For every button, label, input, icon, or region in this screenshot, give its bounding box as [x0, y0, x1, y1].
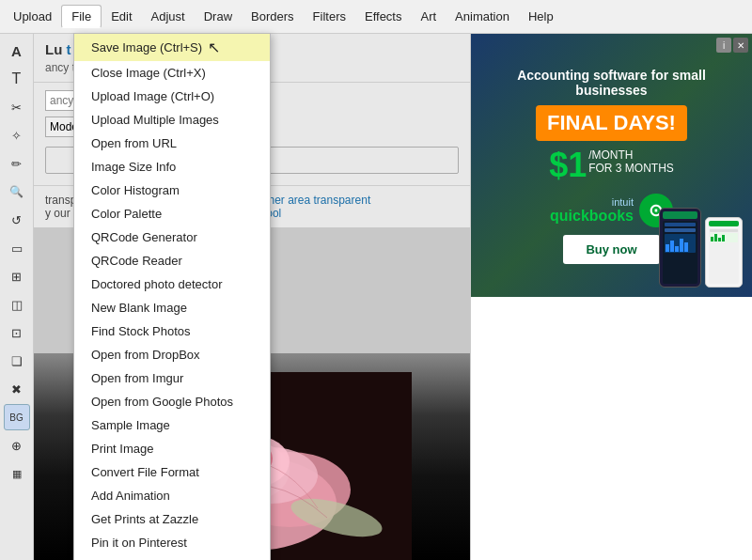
- menu-item-qrcode-gen[interactable]: QRCode Generator: [74, 226, 270, 249]
- ad-panel: i ✕ Accounting software for small busine…: [470, 34, 752, 560]
- tool-fill[interactable]: ⊞: [4, 263, 30, 289]
- menu-item-upload-multiple[interactable]: Upload Multiple Images: [74, 108, 270, 132]
- menu-item-open-imgur[interactable]: Open from Imgur: [74, 366, 270, 390]
- menu-effects[interactable]: Effects: [355, 6, 412, 27]
- tool-bg[interactable]: BG: [4, 404, 30, 430]
- menu-item-print[interactable]: Print Image: [74, 437, 270, 460]
- tool-pencil[interactable]: ✏: [4, 150, 30, 177]
- menu-borders[interactable]: Borders: [242, 6, 304, 27]
- tool-rotate[interactable]: ↺: [4, 207, 30, 233]
- tool-sticker[interactable]: ⊕: [4, 432, 30, 459]
- menu-item-facebook[interactable]: Post on FaceBook: [74, 554, 270, 560]
- menu-item-pinterest[interactable]: Pin it on Pinterest: [74, 531, 270, 554]
- ad-logo: quickbooks: [550, 208, 634, 225]
- menu-file[interactable]: File: [61, 5, 102, 28]
- tool-zoom[interactable]: 🔍: [4, 179, 30, 205]
- file-dropdown-menu: Save Image (Ctrl+S) ↖ Close Image (Ctrl+…: [73, 33, 271, 560]
- ad-final-days: FINAL DAYS!: [536, 105, 687, 141]
- menu-adjust[interactable]: Adjust: [142, 6, 195, 27]
- menu-item-open-url[interactable]: Open from URL: [74, 132, 270, 155]
- tool-clone[interactable]: ❏: [4, 348, 30, 374]
- ad-buy-button[interactable]: Buy now: [563, 235, 659, 264]
- ad-price-period: /MONTH: [588, 148, 674, 162]
- ad-phones: [659, 208, 743, 288]
- menu-draw[interactable]: Draw: [195, 6, 242, 27]
- menu-animation[interactable]: Animation: [446, 6, 519, 27]
- menu-item-add-animation[interactable]: Add Animation: [74, 484, 270, 507]
- ad-title: Accounting software for small businesses: [480, 68, 743, 98]
- save-label: Save Image (Ctrl+S): [91, 40, 202, 54]
- menu-help[interactable]: Help: [519, 6, 563, 27]
- ad-logo-prefix: intuit: [612, 196, 634, 208]
- menu-item-doctored[interactable]: Doctored photo detector: [74, 272, 270, 296]
- menu-item-stock-photos[interactable]: Find Stock Photos: [74, 319, 270, 343]
- menu-item-sample[interactable]: Sample Image: [74, 413, 270, 437]
- menu-item-open-dropbox[interactable]: Open from DropBox: [74, 343, 270, 366]
- menu-upload[interactable]: Upload: [4, 6, 61, 27]
- menu-filters[interactable]: Filters: [304, 6, 355, 27]
- ad-info-button[interactable]: i: [716, 38, 731, 53]
- menu-item-upload[interactable]: Upload Image (Ctrl+O): [74, 85, 270, 108]
- cursor-icon: ↖: [208, 39, 220, 56]
- menu-item-qrcode-reader[interactable]: QRCode Reader: [74, 249, 270, 272]
- ad-price: $1: [549, 148, 587, 182]
- menu-art[interactable]: Art: [411, 6, 446, 27]
- menubar: Upload File Edit Adjust Draw Borders Fil…: [0, 0, 752, 34]
- tool-wand[interactable]: ✧: [4, 122, 30, 148]
- tool-text[interactable]: A: [4, 38, 30, 64]
- menu-edit[interactable]: Edit: [102, 6, 141, 27]
- tool-lasso[interactable]: T: [4, 66, 30, 92]
- tool-x[interactable]: ✖: [4, 376, 30, 402]
- ad-close-button[interactable]: ✕: [733, 38, 748, 53]
- tool-rect[interactable]: ▭: [4, 235, 30, 261]
- menu-item-color-histogram[interactable]: Color Histogram: [74, 179, 270, 202]
- menu-item-convert[interactable]: Convert File Format: [74, 460, 270, 484]
- tool-frame[interactable]: ▦: [4, 460, 30, 487]
- tool-select[interactable]: ⊡: [4, 319, 30, 346]
- tool-scissors[interactable]: ✂: [4, 94, 30, 120]
- tool-eraser[interactable]: ◫: [4, 291, 30, 318]
- menu-item-color-palette[interactable]: Color Palette: [74, 202, 270, 226]
- menu-item-zazzle[interactable]: Get Prints at Zazzle: [74, 507, 270, 531]
- menu-item-save[interactable]: Save Image (Ctrl+S) ↖: [74, 34, 270, 61]
- menu-item-image-size[interactable]: Image Size Info: [74, 155, 270, 179]
- ad-price-duration: FOR 3 MONTHS: [588, 162, 674, 175]
- left-toolbar: A T ✂ ✧ ✏ 🔍 ↺ ▭ ⊞ ◫ ⊡ ❏ ✖ BG ⊕ ▦: [0, 34, 34, 560]
- menu-item-close[interactable]: Close Image (Ctrl+X): [74, 61, 270, 85]
- ad-inner: i ✕ Accounting software for small busine…: [471, 34, 752, 297]
- menu-item-new-blank[interactable]: New Blank Image: [74, 296, 270, 319]
- menu-item-open-google-photos[interactable]: Open from Google Photos: [74, 390, 270, 413]
